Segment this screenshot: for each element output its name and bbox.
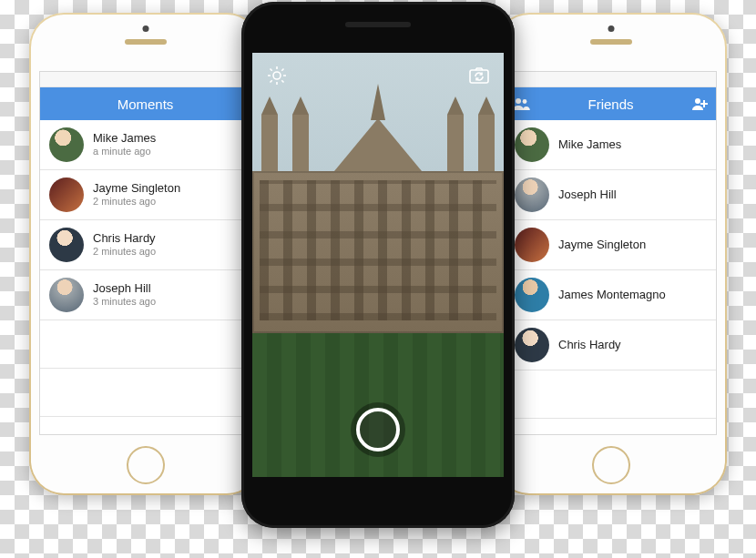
earpiece-speaker — [590, 39, 632, 45]
shutter-ring-icon — [356, 408, 400, 451]
list-item[interactable]: Joseph Hill — [506, 170, 716, 220]
avatar — [515, 328, 549, 362]
avatar — [49, 228, 84, 262]
device-iphone-friends: Friends Mike James Joseph Hill Jayme Sin… — [495, 13, 727, 495]
screen-moments: Moments Mike James a minute ago Jayme Si… — [39, 71, 251, 435]
svg-point-1 — [523, 99, 527, 104]
timestamp: a minute ago — [93, 146, 156, 157]
screen-camera — [252, 53, 504, 477]
list-item-empty — [40, 320, 250, 369]
add-friend-button[interactable] — [685, 97, 716, 110]
avatar — [49, 178, 84, 212]
scene-gable — [334, 118, 422, 171]
list-item[interactable]: Chris Hardy — [506, 320, 716, 370]
scene-tower — [478, 115, 495, 180]
status-bar — [40, 72, 250, 87]
moments-list: Mike James a minute ago Jayme Singleton … — [40, 120, 250, 435]
user-name: Chris Hardy — [558, 339, 621, 352]
scene-building — [252, 171, 504, 332]
user-name: Chris Hardy — [93, 232, 156, 246]
svg-rect-4 — [470, 70, 488, 83]
friends-list: Mike James Joseph Hill Jayme Singleton J… — [506, 120, 716, 435]
brightness-button[interactable] — [263, 62, 291, 89]
avatar — [515, 228, 549, 262]
friends-group-icon — [512, 97, 530, 110]
earpiece-speaker — [345, 22, 411, 27]
front-camera-dot — [142, 25, 148, 32]
home-button[interactable] — [127, 446, 165, 484]
list-item[interactable]: James Montemagno — [506, 270, 716, 320]
nav-bar-friends: Friends — [506, 87, 716, 120]
earpiece-speaker — [125, 39, 167, 45]
scene-tower — [447, 115, 464, 180]
svg-point-0 — [516, 98, 521, 104]
timestamp: 2 minutes ago — [93, 196, 180, 208]
list-item[interactable]: Mike James — [506, 120, 716, 170]
list-item[interactable]: Chris Hardy 2 minutes ago — [40, 220, 250, 270]
svg-point-3 — [273, 72, 281, 79]
list-item-empty — [40, 417, 250, 435]
list-item[interactable]: Jayme Singleton — [506, 220, 716, 270]
list-item[interactable]: Mike James a minute ago — [40, 120, 250, 170]
list-item-empty — [40, 369, 250, 417]
user-name: Jayme Singleton — [93, 182, 180, 196]
front-camera-dot — [608, 25, 614, 32]
timestamp: 3 minutes ago — [93, 296, 156, 308]
avatar — [49, 278, 84, 312]
camera-viewfinder — [252, 53, 504, 477]
list-item-empty — [506, 419, 716, 435]
device-android-camera — [241, 2, 515, 528]
user-name: James Montemagno — [558, 289, 666, 302]
avatar — [49, 127, 84, 162]
scene-tower — [292, 115, 309, 180]
nav-bar-moments: Moments — [40, 87, 250, 120]
shutter-button[interactable] — [351, 402, 405, 457]
avatar — [515, 178, 549, 212]
brightness-icon — [267, 66, 287, 86]
user-name: Mike James — [558, 138, 621, 152]
home-button[interactable] — [592, 446, 630, 484]
screen-friends: Friends Mike James Joseph Hill Jayme Sin… — [505, 71, 717, 435]
page-title: Moments — [71, 96, 220, 112]
list-item-empty — [506, 370, 716, 419]
user-name: Joseph Hill — [93, 282, 156, 296]
user-name: Jayme Singleton — [558, 238, 646, 252]
page-title: Friends — [536, 96, 685, 112]
list-item[interactable]: Joseph Hill 3 minutes ago — [40, 270, 250, 320]
avatar — [515, 127, 549, 162]
scene-spire — [371, 84, 385, 120]
add-friend-icon — [691, 97, 710, 110]
user-name: Mike James — [93, 132, 156, 146]
device-iphone-moments: Moments Mike James a minute ago Jayme Si… — [29, 13, 261, 495]
avatar — [515, 278, 549, 312]
list-item[interactable]: Jayme Singleton 2 minutes ago — [40, 170, 250, 220]
switch-camera-icon — [468, 66, 490, 85]
svg-point-2 — [695, 98, 700, 104]
switch-camera-button[interactable] — [465, 62, 493, 89]
timestamp: 2 minutes ago — [93, 246, 156, 258]
user-name: Joseph Hill — [558, 188, 617, 202]
scene-tower — [261, 115, 278, 180]
status-bar — [506, 72, 716, 87]
